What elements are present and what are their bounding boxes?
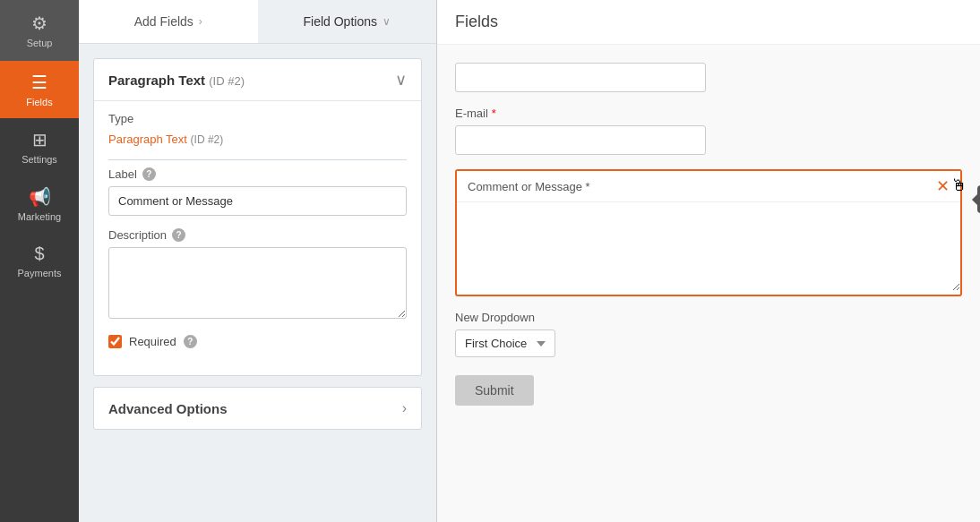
collapse-chevron: ∨ [395,70,407,90]
sidebar-item-marketing[interactable]: 📢 Marketing [0,175,79,233]
field-title: Paragraph Text (ID #2) [108,73,245,88]
sidebar-item-setup[interactable]: ⚙ Setup [0,0,79,61]
comment-field-label: Comment or Message * [468,180,590,193]
label-row: Label ? [108,167,407,216]
right-panel: Fields E-mail * Comment or Message * [437,0,980,522]
submit-group: Submit [455,372,962,406]
comment-field-container: Comment or Message * ✕ 🖱 Click to edit. … [455,169,962,296]
type-label: Type [108,112,407,125]
sidebar: ⚙ Setup ☰ Fields ⊞ Settings 📢 Marketing … [0,0,79,522]
required-row: Required ? [108,335,407,348]
type-value: Paragraph Text (ID #2) [108,133,223,146]
email-label: E-mail * [455,107,962,120]
tab-add-fields[interactable]: Add Fields › [79,0,258,43]
tooltip: Click to edit. Drag to reorder. [977,185,980,213]
submit-button[interactable]: Submit [455,375,534,406]
top-field-group [455,63,962,92]
description-row: Description ? [108,228,407,322]
dropdown-field-group: New Dropdown First Choice [455,311,962,357]
add-fields-arrow: › [199,15,202,28]
field-section-body: Type Paragraph Text (ID #2) Label ? [94,100,421,375]
advanced-chevron-icon: › [402,400,407,416]
dropdown-label: New Dropdown [455,311,962,324]
required-label: Required [129,335,176,348]
type-row: Type Paragraph Text (ID #2) [108,112,407,147]
payments-icon: $ [34,244,44,264]
tabs: Add Fields › Field Options ∨ [79,0,436,44]
email-field-group: E-mail * [455,107,962,155]
marketing-icon: 📢 [29,186,51,208]
label-label: Label ? [108,167,407,181]
dropdown-select[interactable]: First Choice [455,329,555,357]
close-button[interactable]: ✕ [936,178,950,194]
left-panel: Add Fields › Field Options ∨ Paragraph T… [79,0,437,522]
sidebar-item-payments[interactable]: $ Payments [0,233,79,289]
page-title: Fields [455,13,498,30]
required-help-icon[interactable]: ? [184,335,197,348]
type-id: (ID #2) [191,133,224,146]
field-options-arrow: ∨ [383,15,391,28]
description-textarea[interactable] [108,247,407,319]
email-input[interactable] [455,125,706,155]
sidebar-item-fields[interactable]: ☰ Fields [0,61,79,118]
comment-field-wrapper[interactable]: Comment or Message * ✕ [455,169,962,296]
advanced-options-section[interactable]: Advanced Options › [93,387,422,430]
comment-required-star: * [586,180,590,193]
right-panel-body: E-mail * Comment or Message * ✕ 🖱 [437,45,980,522]
top-field-input[interactable] [455,63,706,92]
field-section: Paragraph Text (ID #2) ∨ Type Paragraph … [93,58,422,376]
advanced-options-label: Advanced Options [108,401,228,416]
right-panel-header: Fields [437,0,980,45]
field-id: (ID #2) [209,74,245,88]
sidebar-item-settings[interactable]: ⊞ Settings [0,118,79,175]
tab-field-options[interactable]: Field Options ∨ [258,0,437,43]
gear-icon: ⚙ [31,13,47,34]
comment-textarea[interactable] [457,201,960,291]
email-required-star: * [492,107,496,120]
field-section-header[interactable]: Paragraph Text (ID #2) ∨ [94,59,421,100]
settings-icon: ⊞ [32,129,47,150]
description-help-icon[interactable]: ? [172,228,185,242]
label-input[interactable] [108,186,407,216]
description-label: Description ? [108,228,407,242]
fields-icon: ☰ [31,72,47,93]
label-help-icon[interactable]: ? [142,167,156,181]
required-checkbox[interactable] [108,335,122,348]
comment-field-header: Comment or Message * ✕ [457,171,960,201]
panel-content: Paragraph Text (ID #2) ∨ Type Paragraph … [79,44,436,522]
